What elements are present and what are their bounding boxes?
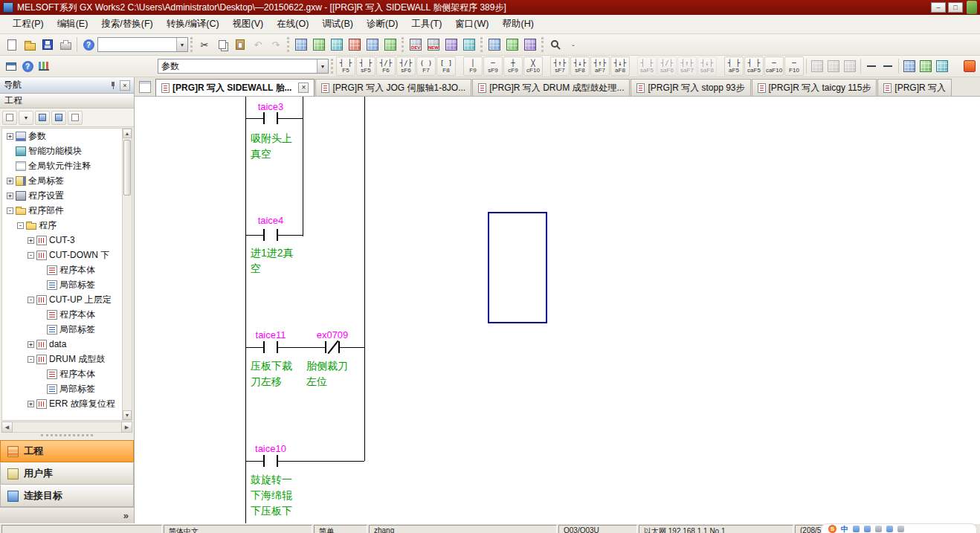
tab-stopp[interactable]: [PRG]R 写入 stopp 93步 xyxy=(631,79,750,96)
ladder-logic-test-button[interactable] xyxy=(503,36,521,54)
ladder-symbol-button[interactable]: ┤/├ F6 xyxy=(376,56,396,76)
more-views-chevron-icon[interactable]: » xyxy=(123,510,129,521)
tree-horizontal-scrollbar[interactable]: ◀ ▶ xyxy=(1,421,132,433)
expander-icon[interactable]: + xyxy=(7,178,13,184)
program-window-button[interactable] xyxy=(3,57,19,75)
menu-item[interactable]: 诊断(D) xyxy=(360,15,404,33)
close-panel-button[interactable]: × xyxy=(120,80,130,91)
device-comment-button[interactable]: DEV xyxy=(407,36,425,54)
tree-item-drum[interactable]: -DRUM 成型鼓 xyxy=(2,352,132,366)
tree-item-program-body[interactable]: 程序本体 xyxy=(2,262,132,277)
tree-item-program-setting[interactable]: +程序设置 xyxy=(2,188,132,203)
ladder-symbol-button[interactable]: ┤↓├ sF8 xyxy=(570,56,590,76)
ladder-symbol-button[interactable]: ┤↓├ aF8 xyxy=(610,56,630,76)
write-to-plc-button[interactable] xyxy=(292,36,310,54)
view-selector-bar[interactable]: » xyxy=(0,507,134,523)
toolbar-grip[interactable] xyxy=(480,37,483,52)
open-contact-symbol[interactable] xyxy=(263,229,278,241)
expander-icon[interactable]: + xyxy=(28,401,34,407)
tree-item-local-label[interactable]: 局部标签 xyxy=(2,381,132,396)
help-button[interactable]: ? xyxy=(80,36,97,54)
ladder-symbol-button[interactable]: ( ) F7 xyxy=(416,56,436,76)
read-from-plc-button[interactable] xyxy=(310,36,328,54)
verify-button[interactable] xyxy=(442,36,460,54)
line-draw-button[interactable] xyxy=(863,57,880,75)
menu-item[interactable]: 视图(V) xyxy=(226,15,271,33)
toolbox-icon[interactable] xyxy=(897,526,904,532)
inline-statement-button[interactable] xyxy=(809,57,825,75)
ladder-symbol-button[interactable]: │ F9 xyxy=(463,56,483,76)
ladder-symbol-button[interactable]: ┤ ├ sF5 xyxy=(356,56,375,76)
note-edit-button[interactable] xyxy=(842,57,858,75)
handwriting-icon[interactable] xyxy=(853,526,860,532)
expand-all-button[interactable] xyxy=(35,111,50,125)
project-view-button[interactable]: 工程 xyxy=(0,440,134,462)
maximize-button[interactable]: □ xyxy=(948,2,963,13)
menu-item[interactable]: 工程(P) xyxy=(6,15,51,33)
toolbar-grip[interactable] xyxy=(287,37,290,52)
open-contact-symbol[interactable] xyxy=(263,341,278,353)
special-function-button[interactable] xyxy=(961,57,978,75)
mic-icon[interactable] xyxy=(864,526,871,532)
emoji-icon[interactable] xyxy=(886,526,893,532)
program-check-button[interactable] xyxy=(460,36,478,54)
expander-icon[interactable]: - xyxy=(28,297,34,303)
tree-item-program[interactable]: -程序 xyxy=(2,218,132,233)
line-delete-button[interactable] xyxy=(880,57,896,75)
tree-item-pou[interactable]: -程序部件 xyxy=(2,203,132,218)
ladder-symbol-button[interactable]: ─ sF9 xyxy=(483,56,503,76)
ladder-symbol-button[interactable]: ┤ ├ saF5 xyxy=(637,56,657,76)
ladder-symbol-button[interactable]: [ ] F8 xyxy=(436,56,456,76)
tree-item-program-body[interactable]: 程序本体 xyxy=(2,307,132,322)
ladder-symbol-button[interactable]: ─ caF10 xyxy=(764,56,784,76)
scrollbar-track[interactable] xyxy=(13,421,121,433)
ladder-symbol-button[interactable]: ─ F10 xyxy=(784,56,804,76)
expander-icon[interactable]: - xyxy=(28,356,34,363)
expander-icon[interactable]: + xyxy=(28,341,34,348)
read-mode-button[interactable] xyxy=(901,57,918,75)
ladder-symbol-button[interactable]: ┤↑├ aF7 xyxy=(590,56,610,76)
tree-item-global-label[interactable]: +全局标签 xyxy=(2,173,132,188)
edit-cursor[interactable] xyxy=(488,212,547,323)
tree-item-data[interactable]: +data xyxy=(2,337,132,352)
new-project-button[interactable] xyxy=(3,36,21,54)
quick-find-combobox[interactable]: ▼ xyxy=(97,37,188,52)
scroll-right-icon[interactable]: ▶ xyxy=(121,421,132,433)
help-small-button[interactable]: ? xyxy=(19,57,36,75)
ladder-symbol-button[interactable]: ┤ ├ F5 xyxy=(336,56,355,76)
connection-destination-button[interactable]: 连接目标 xyxy=(0,485,134,507)
expander-icon[interactable]: + xyxy=(7,133,13,140)
tab-jog[interactable]: [PRG]R 写入 JOG 伺服轴1-8JO... xyxy=(315,79,471,96)
device-memory-button[interactable]: NEW xyxy=(425,36,442,54)
ladder-editor[interactable]: taice3 吸附头上 真空 taice4 进1进2真 空 taice11 压板… xyxy=(135,97,980,523)
ladder-symbol-button[interactable]: ╳ cF10 xyxy=(523,56,543,76)
tab-clipped[interactable]: [PRG]R 写入 xyxy=(877,79,952,96)
tree-item-local-label[interactable]: 局部标签 xyxy=(2,277,132,292)
ladder-symbol-button[interactable]: ┤/├ sF6 xyxy=(396,56,416,76)
tree-item-program-body[interactable]: 程序本体 xyxy=(2,366,132,381)
panel-resize-grip[interactable] xyxy=(41,434,93,440)
scroll-down-icon[interactable]: ▼ xyxy=(123,410,132,420)
cut-button[interactable]: ✂ xyxy=(196,36,213,54)
menu-item[interactable]: 窗口(W) xyxy=(448,15,495,33)
sort-button[interactable]: ▼ xyxy=(19,111,33,125)
ladder-symbol-button[interactable]: ┤↑├ saF7 xyxy=(677,56,697,76)
menu-item[interactable]: 搜索/替换(F) xyxy=(94,15,159,33)
zoom-button[interactable] xyxy=(547,36,564,54)
tree-item-cut-up[interactable]: -CUT-UP 上层定 xyxy=(2,292,132,307)
toolbar-grip[interactable] xyxy=(331,59,334,74)
closed-contact-symbol[interactable] xyxy=(325,341,340,353)
device-batch-monitor-button[interactable] xyxy=(364,36,381,54)
entry-data-monitor-button[interactable] xyxy=(381,36,399,54)
ladder-symbol-button[interactable]: ┤↑├ sF7 xyxy=(550,56,570,76)
copy-button[interactable] xyxy=(213,36,231,54)
undo-button[interactable]: ↶ xyxy=(249,36,267,54)
dropdown-arrow-icon[interactable]: ▼ xyxy=(317,59,328,73)
monitor-mode-button[interactable] xyxy=(934,57,950,75)
tree-item-err[interactable]: +ERR 故障复位程 xyxy=(2,396,132,411)
tab-taicgy[interactable]: [PRG]R 写入 taicgy 115步 xyxy=(752,79,877,96)
expander-icon[interactable]: - xyxy=(7,207,13,214)
redo-button[interactable]: ↷ xyxy=(267,36,285,54)
print-button[interactable] xyxy=(57,36,74,54)
ladder-symbol-button[interactable]: ┤↓├ saF8 xyxy=(697,56,717,76)
